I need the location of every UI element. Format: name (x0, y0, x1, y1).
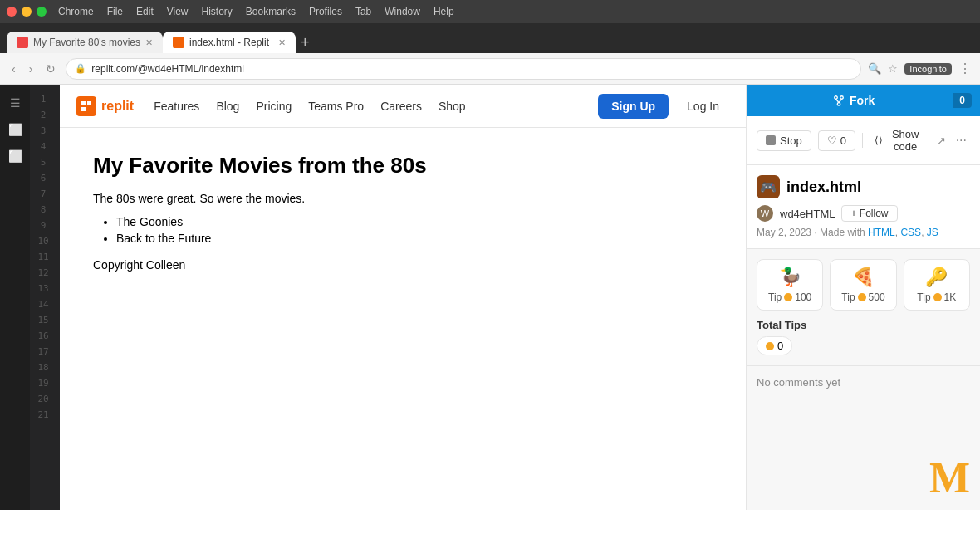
nav-link-shop[interactable]: Shop (439, 100, 466, 113)
nav-link-features[interactable]: Features (154, 100, 199, 113)
tech-js[interactable]: JS (927, 227, 938, 238)
movie-item-2: Back to the Future (116, 232, 713, 245)
browser-menu-tab[interactable]: Tab (355, 6, 371, 17)
tip-card-100[interactable]: 🦆 Tip 100 (757, 259, 823, 311)
browser-tab-2[interactable]: index.html - Replit ✕ (163, 32, 296, 53)
line-14: 14 (30, 296, 60, 312)
sidebar-icon-menu[interactable]: ☰ (3, 91, 27, 115)
line-1: 1 (30, 91, 60, 107)
author-row: W wd4eHTML + Follow (757, 205, 970, 222)
replit-logo[interactable]: replit (76, 96, 134, 116)
browser-menu-view[interactable]: View (167, 6, 189, 17)
svg-line-6 (835, 99, 839, 102)
addressbar: ‹ › ↻ 🔒 replit.com/@wd4eHTML/indexhtml 🔍… (0, 53, 980, 85)
tips-section: 🦆 Tip 100 🍕 Tip 500 🔑 (747, 249, 980, 366)
tab-2-close[interactable]: ✕ (278, 37, 286, 48)
forward-button[interactable]: › (26, 59, 37, 79)
repl-title-row: 🎮 index.html (757, 175, 970, 198)
nav-link-teams-pro[interactable]: Teams Pro (308, 100, 364, 113)
stop-button[interactable]: Stop (757, 130, 811, 151)
replit-navbar: replit Features Blog Pricing Teams Pro C… (60, 85, 746, 128)
fork-bar: Fork 0 (747, 85, 980, 116)
browser-tab-1[interactable]: My Favorite 80's movies ✕ (7, 32, 163, 53)
external-link-icon[interactable]: ↗ (937, 135, 946, 147)
line-18: 18 (30, 360, 60, 375)
movie-item-1: The Goonies (116, 215, 713, 228)
replit-nav-links: Features Blog Pricing Teams Pro Careers … (154, 100, 466, 113)
replit-logo-text: replit (101, 99, 134, 114)
repl-avatar: 🎮 (757, 175, 780, 198)
page-title: My Favorite Movies from the 80s (93, 153, 713, 179)
fork-button[interactable]: Fork (755, 94, 953, 107)
line-8: 8 (30, 202, 60, 218)
line-12: 12 (30, 265, 60, 281)
browser-menu-history[interactable]: History (202, 6, 233, 17)
bookmark-icon[interactable]: ☆ (888, 62, 898, 75)
tab-1-label: My Favorite 80's movies (33, 37, 140, 48)
signup-button[interactable]: Sign Up (598, 94, 669, 119)
line-7: 7 (30, 186, 60, 202)
action-bar: Stop ♡ 0 ⟨⟩ Show code ↗ ··· (747, 116, 980, 165)
author-name[interactable]: wd4eHTML (780, 208, 835, 220)
reload-button[interactable]: ↻ (42, 59, 59, 79)
minimize-button[interactable] (22, 7, 32, 17)
nav-link-careers[interactable]: Careers (380, 100, 422, 113)
back-button[interactable]: ‹ (8, 59, 19, 79)
line-2: 2 (30, 107, 60, 123)
line-3: 3 (30, 123, 60, 139)
url-text: replit.com/@wd4eHTML/indexhtml (91, 63, 244, 75)
browser-menu-file[interactable]: File (107, 6, 123, 17)
tip-card-1k[interactable]: 🔑 Tip 1K (904, 259, 970, 311)
svg-rect-0 (81, 101, 86, 105)
nav-link-blog[interactable]: Blog (216, 100, 239, 113)
tech-html[interactable]: HTML (868, 227, 895, 238)
meta-row: May 2, 2023 · Made with HTML, CSS, JS (757, 227, 970, 238)
line-21: 21 (30, 407, 60, 423)
tip-coin-3 (933, 293, 942, 301)
tab-1-close[interactable]: ✕ (145, 37, 153, 48)
line-6: 6 (30, 170, 60, 186)
browser-menu-help[interactable]: Help (434, 6, 454, 17)
url-bar[interactable]: 🔒 replit.com/@wd4eHTML/indexhtml (66, 58, 861, 80)
sidebar-icon-files[interactable]: ⬜ (3, 118, 27, 141)
show-code-button[interactable]: ⟨⟩ Show code (870, 125, 930, 156)
new-tab-button[interactable]: + (301, 35, 310, 53)
browser-menu-bookmarks[interactable]: Bookmarks (246, 6, 296, 17)
like-button[interactable]: ♡ 0 (818, 130, 855, 151)
like-count: 0 (840, 135, 846, 147)
main-layout: ☰ ⬜ ⬜ 1 2 3 4 5 6 7 8 9 10 11 12 13 14 1… (0, 85, 980, 510)
svg-rect-1 (87, 101, 91, 105)
menu-dots[interactable]: ⋮ (958, 61, 972, 76)
browser-menu-profiles[interactable]: Profiles (309, 6, 342, 17)
tip-emoji-1: 🦆 (779, 267, 801, 288)
login-button[interactable]: Log In (677, 95, 729, 118)
sidebar: ☰ ⬜ ⬜ (0, 85, 30, 510)
sidebar-icon-search[interactable]: ⬜ (3, 144, 27, 168)
browser-menu-chrome: Chrome (58, 6, 94, 17)
right-panel: Fork 0 Stop ♡ 0 ⟨⟩ Show code ↗ ··· (746, 85, 980, 510)
line-13: 13 (30, 281, 60, 296)
svg-line-7 (839, 99, 842, 102)
more-button[interactable]: ··· (953, 130, 970, 151)
browser-menu-window[interactable]: Window (385, 6, 420, 17)
lock-icon: 🔒 (75, 63, 86, 74)
tip-coin-1 (784, 293, 792, 301)
close-button[interactable] (7, 7, 17, 17)
browser-menu-edit[interactable]: Edit (136, 6, 154, 17)
repl-date: May 2, 2023 (757, 227, 811, 238)
tech-css[interactable]: CSS (900, 227, 921, 238)
movie-list: The Goonies Back to the Future (93, 215, 713, 245)
total-tips-coin (766, 342, 774, 350)
maximize-button[interactable] (37, 7, 47, 17)
tip-card-500[interactable]: 🍕 Tip 500 (830, 259, 896, 311)
svg-rect-2 (81, 107, 86, 111)
nav-link-pricing[interactable]: Pricing (256, 100, 292, 113)
m-logo-letter: M (929, 457, 970, 500)
follow-button[interactable]: + Follow (841, 205, 897, 222)
michigan-logo: M (747, 447, 980, 510)
line-16: 16 (30, 328, 60, 344)
show-code-label: Show code (886, 128, 925, 153)
line-numbers: 1 2 3 4 5 6 7 8 9 10 11 12 13 14 15 16 1… (30, 85, 60, 510)
traffic-lights (7, 7, 47, 17)
total-tips-count: 0 (757, 336, 792, 355)
